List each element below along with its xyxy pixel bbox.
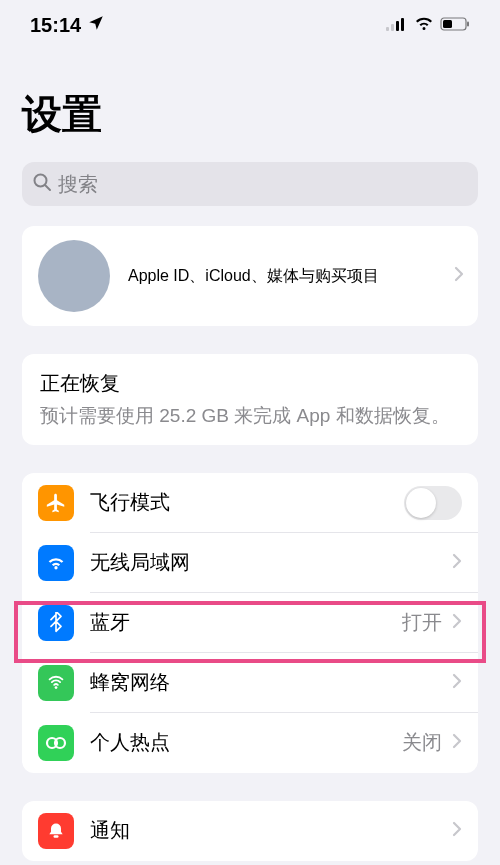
- settings-list-1: 飞行模式 无线局域网 蓝牙 打开 蜂窝网络 个人热点: [22, 473, 478, 773]
- notifications-icon: [38, 813, 74, 849]
- profile-row[interactable]: Apple ID、iCloud、媒体与购买项目: [22, 226, 478, 326]
- svg-rect-6: [467, 21, 469, 26]
- chevron-right-icon: [452, 821, 462, 841]
- row-value: 打开: [402, 609, 442, 636]
- restore-row[interactable]: 正在恢复 预计需要使用 25.2 GB 来完成 App 和数据恢复。: [22, 354, 478, 445]
- status-time: 15:14: [30, 14, 81, 37]
- hotspot-icon: [38, 725, 74, 761]
- profile-subtitle: Apple ID、iCloud、媒体与购买项目: [128, 266, 379, 287]
- avatar: [38, 240, 110, 312]
- svg-rect-3: [401, 18, 404, 31]
- svg-rect-12: [54, 835, 59, 838]
- status-left: 15:14: [30, 14, 105, 37]
- row-value: 关闭: [402, 729, 442, 756]
- restore-title: 正在恢复: [40, 370, 460, 397]
- svg-point-9: [55, 686, 58, 689]
- svg-rect-1: [391, 24, 394, 31]
- chevron-right-icon: [454, 266, 464, 286]
- restore-subtitle: 预计需要使用 25.2 GB 来完成 App 和数据恢复。: [40, 403, 460, 429]
- battery-icon: [440, 17, 470, 35]
- location-icon: [87, 14, 105, 37]
- status-bar: 15:14: [0, 0, 500, 47]
- row-hotspot[interactable]: 个人热点 关闭: [22, 713, 478, 773]
- signal-icon: [386, 17, 408, 35]
- row-label: 蜂窝网络: [90, 669, 452, 696]
- row-bluetooth[interactable]: 蓝牙 打开: [22, 593, 478, 653]
- row-label: 通知: [90, 817, 452, 844]
- row-label: 无线局域网: [90, 549, 452, 576]
- row-cellular[interactable]: 蜂窝网络: [22, 653, 478, 713]
- wifi-row-icon: [38, 545, 74, 581]
- chevron-right-icon: [452, 673, 462, 693]
- chevron-right-icon: [452, 733, 462, 753]
- bluetooth-icon: [38, 605, 74, 641]
- chevron-right-icon: [452, 613, 462, 633]
- cellular-icon: [38, 665, 74, 701]
- row-notifications[interactable]: 通知: [22, 801, 478, 861]
- svg-rect-0: [386, 27, 389, 31]
- svg-rect-5: [443, 20, 452, 28]
- row-label: 个人热点: [90, 729, 402, 756]
- row-airplane-mode[interactable]: 飞行模式: [22, 473, 478, 533]
- page-title: 设置: [0, 47, 500, 154]
- svg-line-8: [45, 185, 50, 190]
- settings-list-2: 通知: [22, 801, 478, 861]
- search-input[interactable]: 搜索: [22, 162, 478, 206]
- wifi-icon: [414, 16, 434, 35]
- airplane-icon: [38, 485, 74, 521]
- row-wifi[interactable]: 无线局域网: [22, 533, 478, 593]
- airplane-toggle[interactable]: [404, 486, 462, 520]
- row-label: 蓝牙: [90, 609, 402, 636]
- svg-rect-2: [396, 21, 399, 31]
- search-placeholder: 搜索: [58, 171, 98, 198]
- row-label: 飞行模式: [90, 489, 404, 516]
- chevron-right-icon: [452, 553, 462, 573]
- status-right: [386, 16, 470, 35]
- search-icon: [32, 172, 52, 196]
